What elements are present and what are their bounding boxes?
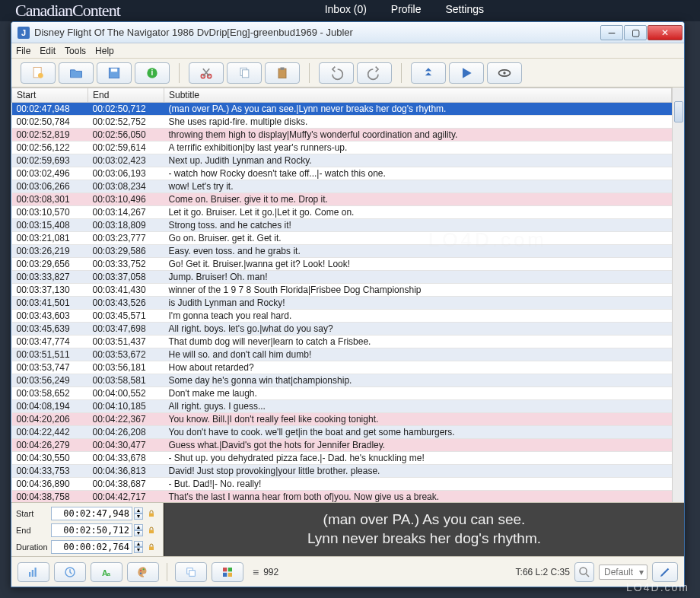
menubar: File Edit Tools Help bbox=[11, 43, 684, 59]
table-row[interactable]: 00:03:08,30100:03:10,496Come on. Bruiser… bbox=[12, 193, 672, 206]
subtitle-table[interactable]: Start End Subtitle 00:02:47,94800:02:50,… bbox=[11, 87, 672, 502]
vertical-scrollbar[interactable] bbox=[672, 87, 684, 502]
table-row[interactable]: 00:03:21,08100:03:23,777Go on. Bruiser. … bbox=[12, 232, 672, 245]
start-spinner[interactable]: ▲▼ bbox=[134, 507, 145, 520]
nav-profile[interactable]: Profile bbox=[391, 3, 422, 15]
menu-help[interactable]: Help bbox=[95, 46, 114, 56]
table-row[interactable]: 00:04:36,89000:04:38,687- But. Dad!|- No… bbox=[12, 478, 672, 491]
cell-end: 00:03:58,581 bbox=[88, 374, 164, 387]
table-row[interactable]: 00:02:56,12200:02:59,614A terrific exhib… bbox=[12, 142, 672, 154]
play-button[interactable] bbox=[449, 62, 484, 84]
cell-sub: That's the last I wanna hear from both o… bbox=[164, 491, 672, 503]
start-lock-icon[interactable] bbox=[146, 508, 157, 519]
undo-button[interactable] bbox=[319, 62, 354, 84]
sort-button[interactable] bbox=[411, 62, 446, 84]
svg-rect-31 bbox=[228, 572, 232, 576]
table-row[interactable]: 00:04:20,20600:04:22,367You know. Bill.|… bbox=[12, 413, 672, 426]
table-row[interactable]: 00:03:51,51100:03:53,672He will so. and … bbox=[12, 348, 672, 361]
minimize-button[interactable]: ─ bbox=[600, 25, 623, 40]
scrollbar-thumb[interactable] bbox=[674, 101, 683, 122]
table-row[interactable]: 00:03:06,26600:03:08,234wow! Let's try i… bbox=[12, 180, 672, 193]
save-button[interactable] bbox=[97, 62, 132, 84]
cell-start: 00:04:26,279 bbox=[12, 439, 88, 452]
menu-edit[interactable]: Edit bbox=[40, 46, 56, 56]
start-input[interactable] bbox=[51, 507, 132, 520]
table-row[interactable]: 00:03:37,13000:03:41,430winner of the 1 … bbox=[12, 284, 672, 297]
table-row[interactable]: 00:02:59,69300:03:02,423Next up. Judith … bbox=[12, 154, 672, 167]
subtitle-preview: (man over PA.) As you can see. Lynn neve… bbox=[164, 503, 684, 556]
end-input[interactable] bbox=[51, 523, 132, 537]
cell-end: 00:02:52,752 bbox=[88, 116, 164, 129]
end-spinner[interactable]: ▲▼ bbox=[134, 524, 145, 536]
table-row[interactable]: 00:03:10,57000:03:14,267Let it go. Bruis… bbox=[12, 206, 672, 219]
table-row[interactable]: 00:02:50,78400:02:52,752She uses rapid-f… bbox=[12, 116, 672, 129]
maximize-button[interactable]: ▢ bbox=[624, 25, 647, 40]
redo-button[interactable] bbox=[357, 62, 392, 84]
table-row[interactable]: 00:03:43,60300:03:45,571I'm gonna teach … bbox=[12, 310, 672, 323]
cell-sub: - Shut up. you dehydrated pizza face.|- … bbox=[164, 452, 672, 465]
tool-time-button[interactable] bbox=[54, 562, 86, 582]
table-row[interactable]: 00:03:56,24900:03:58,581Some day he's go… bbox=[12, 374, 672, 387]
table-row[interactable]: 00:03:33,82700:03:37,058Jump. Bruiser! O… bbox=[12, 271, 672, 284]
table-row[interactable]: 00:04:33,75300:04:36,813David! Just stop… bbox=[12, 465, 672, 478]
duration-spinner[interactable]: ▲▼ bbox=[134, 541, 145, 553]
menu-file[interactable]: File bbox=[16, 46, 30, 56]
col-end-header[interactable]: End bbox=[88, 88, 164, 103]
table-row[interactable]: 00:03:41,50100:03:43,526is Judith Lynman… bbox=[12, 297, 672, 310]
table-row[interactable]: 00:03:29,65600:03:33,752Go! Get it. Brui… bbox=[12, 258, 672, 271]
menu-tools[interactable]: Tools bbox=[65, 46, 86, 56]
table-row[interactable]: 00:04:38,75800:04:42,717That's the last … bbox=[12, 491, 672, 503]
copy-button[interactable] bbox=[227, 62, 262, 84]
table-row[interactable]: 00:04:30,55000:04:33,678- Shut up. you d… bbox=[12, 452, 672, 465]
cell-sub: All right. guys. I guess... bbox=[164, 400, 672, 413]
table-row[interactable]: 00:03:15,40800:03:18,809Strong toss. and… bbox=[12, 219, 672, 232]
tool-font-button[interactable]: Aa bbox=[91, 562, 123, 582]
table-row[interactable]: 00:04:08,19400:04:10,185All right. guys.… bbox=[12, 400, 672, 413]
cell-start: 00:04:38,758 bbox=[12, 491, 88, 503]
col-start-header[interactable]: Start bbox=[12, 88, 88, 103]
table-row[interactable]: 00:03:45,63900:03:47,698All right. boys.… bbox=[12, 323, 672, 336]
duration-lock-icon[interactable] bbox=[146, 542, 157, 552]
site-logo: CanadianContent bbox=[15, 1, 120, 21]
info-button[interactable]: i bbox=[135, 62, 170, 84]
cell-start: 00:03:53,747 bbox=[12, 361, 88, 374]
cell-end: 00:03:51,437 bbox=[88, 336, 164, 348]
cell-end: 00:03:18,809 bbox=[88, 219, 164, 232]
table-row[interactable]: 00:02:47,94800:02:50,712(man over PA.) A… bbox=[12, 103, 672, 116]
tool-layer-button[interactable] bbox=[175, 562, 207, 582]
preview-button[interactable] bbox=[487, 62, 522, 84]
toolbar: i bbox=[11, 59, 684, 87]
new-button[interactable] bbox=[21, 62, 56, 84]
open-button[interactable] bbox=[59, 62, 94, 84]
table-row[interactable]: 00:03:53,74700:03:56,181How about retard… bbox=[12, 361, 672, 374]
table-row[interactable]: 00:04:26,27900:04:30,477Guess what.|Davi… bbox=[12, 439, 672, 452]
nav-inbox[interactable]: Inbox (0) bbox=[325, 3, 367, 15]
duration-input[interactable] bbox=[51, 540, 132, 554]
table-row[interactable]: 00:03:02,49600:03:06,193- watch how Rock… bbox=[12, 167, 672, 180]
end-lock-icon[interactable] bbox=[146, 525, 157, 536]
cell-end: 00:04:42,717 bbox=[88, 491, 164, 503]
tool-color-button[interactable] bbox=[212, 562, 243, 582]
edit-button[interactable] bbox=[652, 562, 678, 582]
cell-start: 00:03:26,219 bbox=[12, 245, 88, 258]
col-subtitle-header[interactable]: Subtitle bbox=[164, 88, 672, 103]
tool-stats-button[interactable] bbox=[18, 562, 49, 582]
style-combo[interactable]: Default bbox=[599, 565, 648, 580]
table-row[interactable]: 00:03:26,21900:03:29,586Easy. even toss.… bbox=[12, 245, 672, 258]
cut-button[interactable] bbox=[189, 62, 224, 84]
table-row[interactable]: 00:04:22,44200:04:26,208You don't have t… bbox=[12, 426, 672, 439]
table-row[interactable]: 00:03:58,65200:04:00,552Don't make me la… bbox=[12, 387, 672, 400]
cell-sub: A terrific exhibition|by last year's run… bbox=[164, 142, 672, 154]
tool-palette-button[interactable] bbox=[127, 562, 159, 582]
subtitle-table-container: Start End Subtitle 00:02:47,94800:02:50,… bbox=[11, 87, 684, 502]
close-button[interactable]: ✕ bbox=[648, 25, 682, 40]
zoom-button[interactable] bbox=[574, 562, 594, 582]
table-row[interactable]: 00:03:47,77400:03:51,437That dumb dog wi… bbox=[12, 336, 672, 348]
paste-button[interactable] bbox=[265, 62, 300, 84]
subtitle-table-scroll[interactable]: Start End Subtitle 00:02:47,94800:02:50,… bbox=[11, 87, 672, 502]
cell-end: 00:04:00,552 bbox=[88, 387, 164, 400]
table-row[interactable]: 00:02:52,81900:02:56,050throwing them hi… bbox=[12, 129, 672, 142]
titlebar[interactable]: J Disney Flight Of The Navigator 1986 Dv… bbox=[11, 22, 684, 43]
nav-settings[interactable]: Settings bbox=[445, 3, 484, 15]
cell-sub: You don't have to cook. we'll get|in the… bbox=[164, 426, 672, 439]
